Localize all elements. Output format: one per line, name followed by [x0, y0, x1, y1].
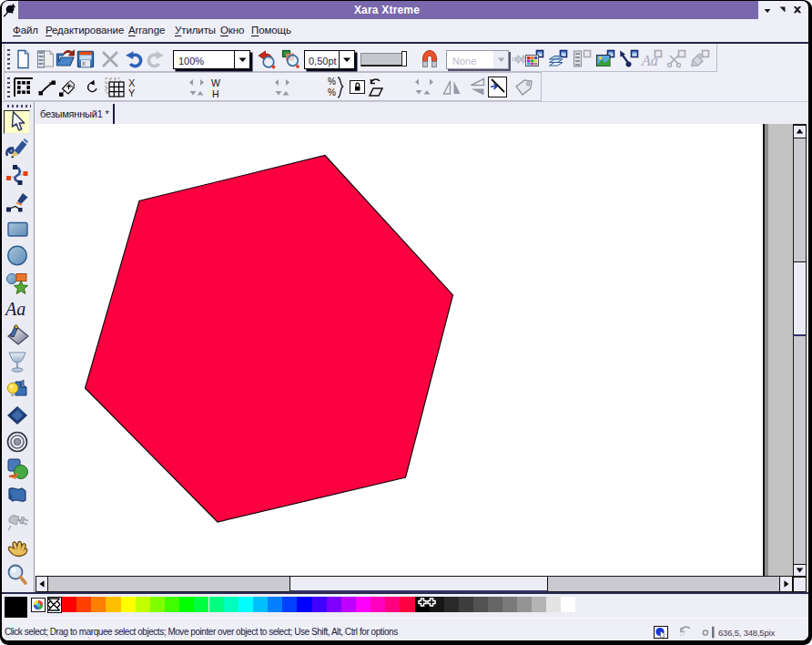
svg-text:W: W: [211, 77, 220, 88]
svg-text:%: %: [328, 87, 336, 97]
svg-text:%: %: [328, 77, 336, 87]
svg-text:Aa: Aa: [4, 299, 25, 319]
svg-text:H: H: [212, 88, 219, 99]
svg-text:Aa: Aa: [641, 53, 658, 68]
